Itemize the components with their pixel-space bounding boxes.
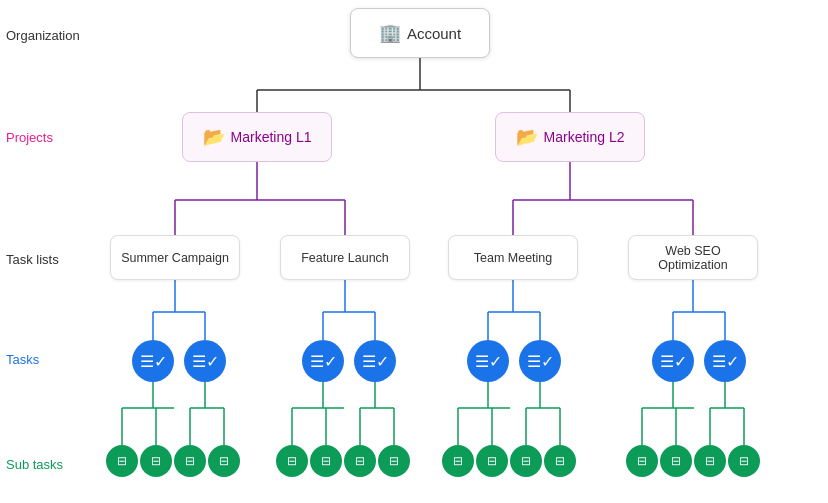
task-lists-label: Task lists	[6, 252, 59, 267]
checklist-icon-8: ☰✓	[712, 352, 739, 371]
subtask-circle-11[interactable]: ⊟	[510, 445, 542, 477]
task-circle-2[interactable]: ☰✓	[184, 340, 226, 382]
task-circle-8[interactable]: ☰✓	[704, 340, 746, 382]
subtask-circle-10[interactable]: ⊟	[476, 445, 508, 477]
checklist-icon-7: ☰✓	[660, 352, 687, 371]
tasklist-summer-campaign[interactable]: Summer Campaign	[110, 235, 240, 280]
checklist-icon-3: ☰✓	[310, 352, 337, 371]
tasklist-web-seo-label: Web SEO Optimization	[629, 244, 757, 272]
task-circle-5[interactable]: ☰✓	[467, 340, 509, 382]
task-circle-3[interactable]: ☰✓	[302, 340, 344, 382]
subtask-icon-1: ⊟	[117, 454, 127, 468]
subtask-icon-5: ⊟	[287, 454, 297, 468]
tasklist-web-seo[interactable]: Web SEO Optimization	[628, 235, 758, 280]
tasklist-team-meeting-label: Team Meeting	[474, 251, 553, 265]
subtask-icon-4: ⊟	[219, 454, 229, 468]
tasks-label: Tasks	[6, 352, 39, 367]
projects-label: Projects	[6, 130, 53, 145]
subtask-icon-11: ⊟	[521, 454, 531, 468]
task-circle-6[interactable]: ☰✓	[519, 340, 561, 382]
subtask-circle-9[interactable]: ⊟	[442, 445, 474, 477]
tasklist-feature-launch[interactable]: Feature Launch	[280, 235, 410, 280]
subtask-circle-7[interactable]: ⊟	[344, 445, 376, 477]
subtask-icon-16: ⊟	[739, 454, 749, 468]
subtask-icon-3: ⊟	[185, 454, 195, 468]
folder-icon-l1: 📂	[203, 126, 225, 148]
subtask-icon-10: ⊟	[487, 454, 497, 468]
subtask-icon-2: ⊟	[151, 454, 161, 468]
subtask-icon-15: ⊟	[705, 454, 715, 468]
project-l2-label: Marketing L2	[544, 129, 625, 145]
checklist-icon-2: ☰✓	[192, 352, 219, 371]
task-circle-4[interactable]: ☰✓	[354, 340, 396, 382]
account-label: Account	[407, 25, 461, 42]
subtask-icon-9: ⊟	[453, 454, 463, 468]
subtask-circle-13[interactable]: ⊟	[626, 445, 658, 477]
project-l1-label: Marketing L1	[231, 129, 312, 145]
subtask-icon-12: ⊟	[555, 454, 565, 468]
subtask-circle-8[interactable]: ⊟	[378, 445, 410, 477]
subtask-circle-4[interactable]: ⊟	[208, 445, 240, 477]
tasklist-feature-launch-label: Feature Launch	[301, 251, 389, 265]
subtask-circle-2[interactable]: ⊟	[140, 445, 172, 477]
checklist-icon-1: ☰✓	[140, 352, 167, 371]
sub-tasks-label: Sub tasks	[6, 457, 63, 472]
org-chart: Organization Projects Task lists Tasks S…	[0, 0, 828, 503]
subtask-circle-5[interactable]: ⊟	[276, 445, 308, 477]
folder-icon-l2: 📂	[516, 126, 538, 148]
checklist-icon-4: ☰✓	[362, 352, 389, 371]
tasklist-summer-campaign-label: Summer Campaign	[121, 251, 229, 265]
task-circle-1[interactable]: ☰✓	[132, 340, 174, 382]
subtask-icon-8: ⊟	[389, 454, 399, 468]
subtask-icon-14: ⊟	[671, 454, 681, 468]
subtask-icon-7: ⊟	[355, 454, 365, 468]
subtask-circle-1[interactable]: ⊟	[106, 445, 138, 477]
subtask-circle-3[interactable]: ⊟	[174, 445, 206, 477]
subtask-circle-12[interactable]: ⊟	[544, 445, 576, 477]
project-node-marketing-l2[interactable]: 📂 Marketing L2	[495, 112, 645, 162]
checklist-icon-5: ☰✓	[475, 352, 502, 371]
checklist-icon-6: ☰✓	[527, 352, 554, 371]
subtask-circle-15[interactable]: ⊟	[694, 445, 726, 477]
organization-label: Organization	[6, 28, 80, 43]
task-circle-7[interactable]: ☰✓	[652, 340, 694, 382]
building-icon: 🏢	[379, 22, 401, 44]
subtask-circle-16[interactable]: ⊟	[728, 445, 760, 477]
subtask-circle-6[interactable]: ⊟	[310, 445, 342, 477]
project-node-marketing-l1[interactable]: 📂 Marketing L1	[182, 112, 332, 162]
subtask-circle-14[interactable]: ⊟	[660, 445, 692, 477]
tasklist-team-meeting[interactable]: Team Meeting	[448, 235, 578, 280]
subtask-icon-6: ⊟	[321, 454, 331, 468]
account-node[interactable]: 🏢 Account	[350, 8, 490, 58]
subtask-icon-13: ⊟	[637, 454, 647, 468]
